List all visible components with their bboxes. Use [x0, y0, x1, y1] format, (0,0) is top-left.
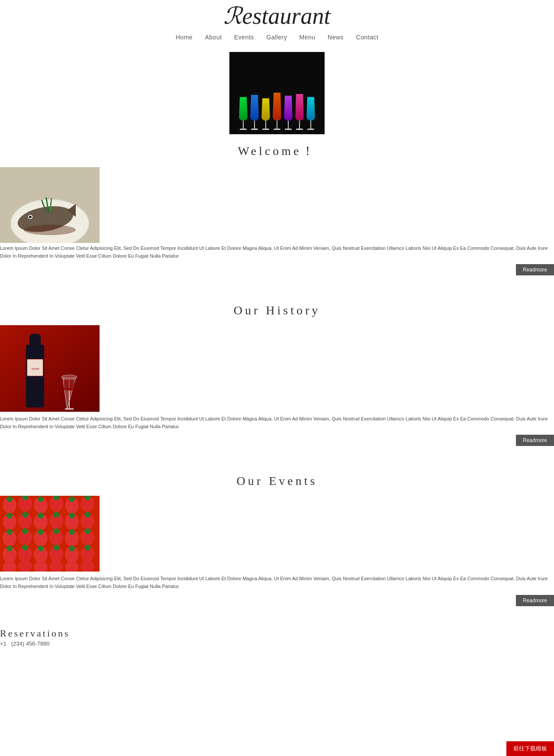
fish-dish-image [0, 167, 100, 243]
welcome-image [0, 167, 100, 243]
history-title: Our History [0, 304, 554, 317]
nav-about[interactable]: About [205, 34, 222, 41]
history-content: WINE Lorem Ipsum Dolor Sit Amet Conse Ct… [0, 325, 554, 452]
hero-cocktail-image [229, 52, 325, 134]
svg-marker-25 [64, 379, 75, 389]
welcome-content: Lorem Ipsum Dolor Sit Amet Conse Ctetur … [0, 167, 554, 282]
glass-blue [250, 95, 259, 130]
nav-events[interactable]: Events [234, 34, 254, 41]
nav-contact[interactable]: Contact [356, 34, 379, 41]
events-section: Our Events [0, 461, 554, 621]
header: ℛestaurant [0, 0, 554, 30]
svg-point-5 [29, 216, 32, 218]
svg-rect-23 [65, 408, 74, 410]
reservations-title: Reservations [0, 628, 554, 639]
history-section: Our History WINE [0, 291, 554, 461]
events-body-text: Lorem Ipsum Dolor Sit Amet Conse Ctetur … [0, 573, 554, 592]
nav-home[interactable]: Home [176, 34, 193, 41]
svg-rect-11 [0, 325, 100, 412]
svg-point-21 [61, 375, 77, 379]
logo-text: ℛestaurant [223, 3, 330, 29]
glass-pink [295, 94, 304, 130]
svg-rect-13 [29, 334, 41, 349]
events-title: Our Events [0, 474, 554, 488]
phone-label: +1 [0, 640, 6, 647]
reservations-phone: +1 (234) 456-7890 [0, 640, 554, 647]
nav-news[interactable]: News [328, 34, 344, 41]
welcome-readmore-button[interactable]: Readmore [516, 264, 554, 275]
hero-image-container [0, 52, 554, 134]
logo: ℛestaurant [0, 4, 554, 28]
events-content: Lorem Ipsum Dolor Sit Amet Conse Ctetur … [0, 496, 554, 612]
phone-number: (234) 456-7890 [11, 640, 50, 647]
svg-point-9 [24, 225, 76, 235]
glass-red [273, 93, 281, 130]
events-image [0, 496, 100, 573]
welcome-section: Welcome！ [0, 143, 554, 291]
glass-cyan [306, 97, 315, 130]
welcome-body-text: Lorem Ipsum Dolor Sit Amet Conse Ctetur … [0, 243, 554, 262]
svg-text:WINE: WINE [32, 367, 39, 371]
nav-gallery[interactable]: Gallery [266, 34, 287, 41]
welcome-title: Welcome！ [0, 143, 554, 159]
events-readmore-button[interactable]: Readmore [516, 595, 554, 606]
glass-green [239, 97, 248, 130]
history-image: WINE [0, 325, 100, 414]
nav-menu[interactable]: Menu [300, 34, 316, 41]
history-readmore-button[interactable]: Readmore [516, 435, 554, 446]
glass-yellow [261, 98, 270, 130]
history-body-text: Lorem Ipsum Dolor Sit Amet Conse Ctetur … [0, 414, 554, 433]
reservations-section: Reservations +1 (234) 456-7890 [0, 621, 554, 649]
main-nav: Home About Events Gallery Menu News Cont… [0, 30, 554, 48]
glass-purple [284, 96, 293, 130]
